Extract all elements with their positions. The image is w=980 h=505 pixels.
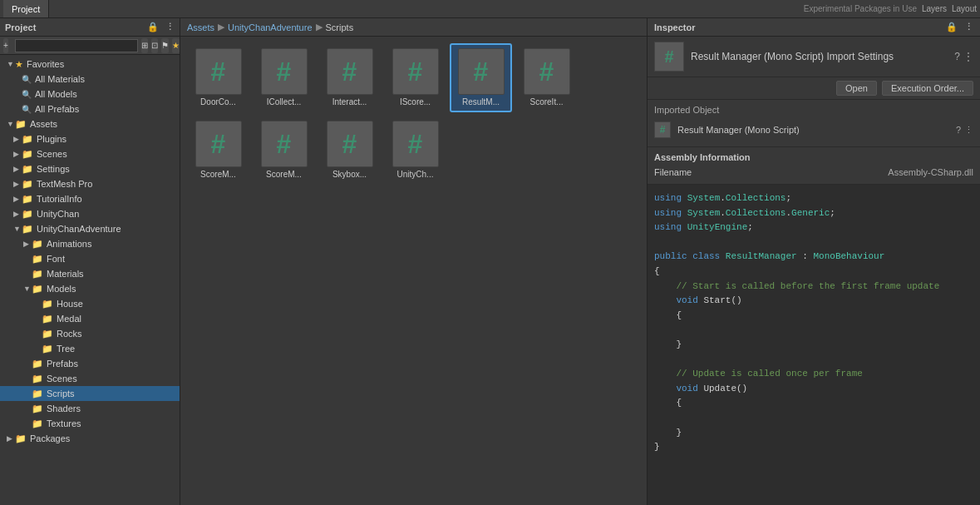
scripts-label: Scripts [47,389,75,399]
file-icon: # [327,48,373,95]
unitychanadventure-label: UnityChanAdventure [37,224,121,234]
unitychan-label: UnityChan [37,209,79,219]
hash-icon: # [277,57,292,87]
hash-icon: # [342,57,357,87]
breadcrumb-assets[interactable]: Assets [187,22,214,32]
folder-icon: 📁 [22,194,33,205]
lock-icon[interactable]: 🔒 [946,22,958,32]
imported-object-section: Imported Object # Result Manager (Mono S… [648,100,980,147]
tutorialinfo-label: TutorialInfo [37,194,82,204]
script-title: Result Manager (Mono Script) Import Sett… [691,51,894,62]
hash-icon: # [408,129,423,160]
folder-icon: 📁 [32,359,43,369]
file-icon: # [327,121,373,167]
tree-scenes[interactable]: ▶ 📁 Scenes [0,146,180,161]
tree-textmesh[interactable]: ▶ 📁 TextMesh Pro [0,176,180,191]
file-item[interactable]: # ScoreIt... [515,43,578,112]
tree-tree[interactable]: 📁 Tree [0,341,180,356]
tree-all-materials[interactable]: 🔍 All Materials [0,72,180,87]
tree-unitychan[interactable]: ▶ 📁 UnityChan [0,206,180,221]
assets-label: Assets [30,119,57,129]
tree-materials[interactable]: 📁 Materials [0,266,180,281]
folder-icon: 📁 [22,224,33,235]
package-icon-btn[interactable]: ⊞ [141,38,148,53]
search-icon: 🔍 [22,105,32,114]
settings-label: Settings [37,164,70,174]
add-button[interactable]: + [3,38,8,53]
cursor-icon-btn[interactable]: ⊡ [151,38,158,53]
shaders-label: Shaders [47,404,81,413]
hash-icon: # [211,129,226,160]
bookmark-icon-btn[interactable]: ⚑ [161,38,169,53]
tree-house[interactable]: 📁 House [0,296,180,311]
top-bar: Project Experimental Packages in Use Lay… [0,0,980,18]
tree-medal[interactable]: 📁 Medal [0,311,180,326]
tree-packages[interactable]: ▶ 📁 Packages [0,431,180,446]
inspector-header-icons: 🔒 ⋮ [946,22,973,32]
star-icon-btn[interactable]: ★ [172,38,180,53]
tree-favorites[interactable]: ▼ ★ Favorites [0,57,180,72]
more-icon2[interactable]: ⋮ [964,125,973,136]
house-label: House [57,299,83,309]
file-item[interactable]: # ICollect... [253,43,315,112]
tree-unitychanadventure[interactable]: ▼ 📁 UnityChanAdventure [0,221,180,236]
right-panel: Inspector 🔒 ⋮ # Result Manager (Mono Scr… [648,18,980,505]
code-line [654,353,973,368]
file-icon: # [392,48,439,95]
file-tree[interactable]: ▼ ★ Favorites 🔍 All Materials 🔍 All Mode… [0,55,180,505]
lock-icon[interactable]: 🔒 [147,22,159,32]
breadcrumb-scripts[interactable]: Scripts [326,22,354,32]
tree-animations[interactable]: ▶ 📁 Animations [0,236,180,251]
execution-order-button[interactable]: Execution Order... [882,81,973,96]
more-icon[interactable]: ⋮ [964,22,973,32]
arrow-icon: ▼ [7,120,15,128]
open-button[interactable]: Open [836,81,877,96]
file-label: UnityCh... [397,170,434,180]
tree-prefabs[interactable]: 📁 Prefabs [0,356,180,371]
tree-font[interactable]: 📁 Font [0,251,180,266]
help-icon[interactable]: ? [954,51,960,62]
all-prefabs-label: All Prefabs [35,104,79,114]
code-line: void Start() [654,294,973,309]
file-label: ScoreM... [266,170,302,180]
file-label: ScoreM... [200,170,236,180]
tree-shaders[interactable]: 📁 Shaders [0,401,180,416]
tree-models[interactable]: ▼ 📁 Models [0,281,180,296]
file-item[interactable]: # ScoreM... [187,116,249,185]
search-input[interactable] [15,39,138,52]
tree-tutorialinfo[interactable]: ▶ 📁 TutorialInfo [0,191,180,206]
scenes-label: Scenes [37,149,67,159]
breadcrumb-unitychan[interactable]: UnityChanAdventure [228,22,313,32]
project-panel-header: Project 🔒 ⋮ [0,18,180,37]
tree-scripts[interactable]: 📁 Scripts [0,386,180,401]
tree-settings[interactable]: ▶ 📁 Settings [0,161,180,176]
tree-rocks[interactable]: 📁 Rocks [0,326,180,341]
scenes2-label: Scenes [47,374,77,384]
file-item[interactable]: # IScore... [384,43,446,112]
file-item[interactable]: # ScoreM... [253,116,315,185]
more-icon[interactable]: ⋮ [963,51,973,62]
tree-all-models[interactable]: 🔍 All Models [0,87,180,101]
code-line: { [654,265,973,280]
tab-project[interactable]: Project [3,0,49,17]
file-item[interactable]: # UnityCh... [384,116,446,185]
layout-label[interactable]: Layout [952,4,977,13]
tree-textures[interactable]: 📁 Textures [0,416,180,431]
more-icon[interactable]: ⋮ [165,22,175,32]
layers-label[interactable]: Layers [922,4,947,13]
tree-scenes2[interactable]: 📁 Scenes [0,371,180,386]
file-item[interactable]: # Skybox... [318,116,381,185]
file-item[interactable]: # DoorCo... [187,43,249,112]
code-line: { [654,396,973,411]
assembly-filename-value: Assembly-CSharp.dll [888,167,973,177]
code-line: } [654,440,973,455]
tree-plugins[interactable]: ▶ 📁 Plugins [0,131,180,146]
tree-all-prefabs[interactable]: 🔍 All Prefabs [0,101,180,116]
file-item[interactable]: # ResultM... [450,43,512,112]
tree-assets[interactable]: ▼ 📁 Assets [0,116,180,131]
project-tab-label: Project [12,4,40,14]
script-icon-small: # [654,121,671,138]
file-item[interactable]: # Interact... [318,43,381,112]
help-icon2[interactable]: ? [956,125,961,136]
hash-icon: # [408,57,423,87]
